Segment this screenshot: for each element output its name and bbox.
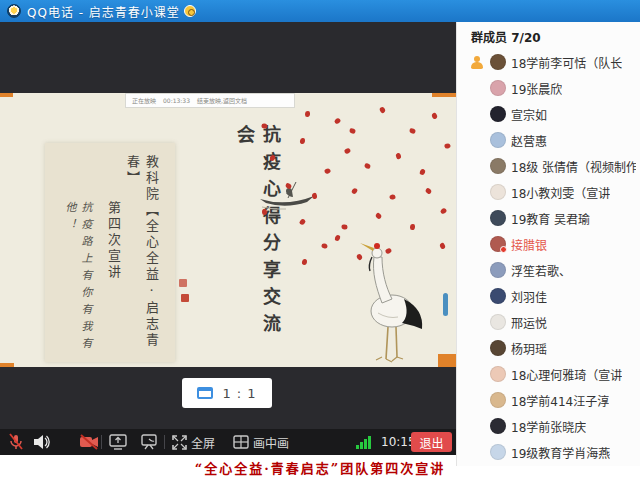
petal-icon bbox=[334, 117, 342, 125]
mic-muted-button[interactable] bbox=[8, 429, 24, 455]
presenter-toolbar[interactable]: 正在放映 00:13:33 结束放映,返回文档 bbox=[125, 93, 295, 108]
petal-icon bbox=[375, 212, 383, 220]
speaker-button[interactable] bbox=[33, 429, 51, 455]
toolbar-divider bbox=[101, 435, 102, 449]
titlebar: QQ电话 - 启志青春小课堂 bbox=[0, 0, 640, 22]
toolbar-divider bbox=[164, 435, 165, 449]
member-row[interactable]: 18级 张倩倩（视频制作组… bbox=[457, 153, 640, 179]
speaking-badge bbox=[500, 246, 507, 253]
fullscreen-icon bbox=[172, 435, 187, 450]
slide-corner-accent bbox=[438, 354, 456, 367]
screen-share-area: 正在放映 00:13:33 结束放映,返回文档 教科院【全心全益·启志青春】 第… bbox=[0, 22, 456, 455]
avatar bbox=[490, 106, 506, 122]
petal-icon bbox=[440, 207, 448, 215]
slide-corner-accent bbox=[0, 93, 13, 97]
member-name: 18学前张晓庆 bbox=[511, 418, 586, 435]
member-row[interactable]: 18学前张晓庆 bbox=[457, 413, 640, 439]
pip-label: 画中画 bbox=[253, 434, 289, 451]
member-row[interactable]: 邢运悦 bbox=[457, 309, 640, 335]
clock-emoji-icon bbox=[184, 5, 196, 17]
slide-subtitle-session: 第四次宣讲 bbox=[104, 201, 123, 351]
member-name: 19张晨欣 bbox=[511, 80, 562, 97]
member-name: 浮笙若歌、 bbox=[511, 262, 571, 279]
member-row[interactable]: 19教育 吴君瑜 bbox=[457, 205, 640, 231]
petal-icon bbox=[324, 167, 332, 174]
member-row[interactable]: 接腊银 bbox=[457, 231, 640, 257]
photo-caption: “全心全益·青春启志”团队第四次宣讲 bbox=[0, 458, 640, 477]
member-row[interactable]: 赵营惠 bbox=[457, 127, 640, 153]
petal-icon bbox=[311, 192, 317, 199]
avatar bbox=[490, 210, 506, 226]
petal-icon bbox=[344, 147, 352, 155]
member-name: 杨玥瑶 bbox=[511, 340, 547, 357]
presenter-timer: 00:13:33 bbox=[163, 97, 190, 104]
avatar bbox=[490, 54, 506, 70]
petal-icon bbox=[410, 224, 415, 230]
members-header: 群成员 7/20 bbox=[471, 28, 541, 45]
member-row[interactable]: 19张晨欣 bbox=[457, 75, 640, 101]
member-name: 18学前李可恬（队长 bbox=[511, 54, 622, 71]
fullscreen-label: 全屏 bbox=[191, 434, 215, 451]
member-row[interactable]: 18学前李可恬（队长 bbox=[457, 49, 640, 75]
pip-button[interactable]: 画中画 bbox=[233, 429, 289, 455]
petal-icon bbox=[395, 152, 402, 159]
camera-off-button[interactable] bbox=[79, 429, 99, 455]
window-scale-icon bbox=[197, 387, 213, 399]
qq-call-icon bbox=[7, 4, 21, 18]
crane-illustration bbox=[352, 231, 430, 365]
member-name: 接腊银 bbox=[511, 236, 547, 253]
member-name: 邢运悦 bbox=[511, 314, 547, 331]
member-name: 宣宗如 bbox=[511, 106, 547, 123]
avatar bbox=[490, 158, 506, 174]
member-row[interactable]: 18小教刘雯（宣讲 bbox=[457, 179, 640, 205]
petal-icon bbox=[299, 218, 307, 226]
petal-icon bbox=[444, 143, 451, 150]
avatar bbox=[490, 392, 506, 408]
member-name: 18级 张倩倩（视频制作组… bbox=[511, 158, 636, 175]
slide-left-card: 教科院【全心全益·启志青春】 第四次宣讲 抗疫路上有你有我有他！ bbox=[45, 143, 175, 362]
member-name: 19教育 吴君瑜 bbox=[511, 210, 590, 227]
avatar bbox=[490, 262, 506, 278]
petal-icon bbox=[409, 128, 416, 134]
pip-icon bbox=[233, 435, 249, 449]
avatar bbox=[490, 184, 506, 200]
petal-icon bbox=[431, 112, 438, 120]
member-name: 赵营惠 bbox=[511, 132, 547, 149]
avatar bbox=[490, 132, 506, 148]
petal-icon bbox=[425, 187, 433, 195]
screen-share-button[interactable] bbox=[109, 429, 127, 455]
slide-corner-accent bbox=[0, 363, 14, 367]
member-row[interactable]: 宣宗如 bbox=[457, 101, 640, 127]
whiteboard-button[interactable] bbox=[140, 429, 158, 455]
window-title: QQ电话 - 启志青春小课堂 bbox=[27, 3, 180, 20]
avatar bbox=[490, 288, 506, 304]
exit-call-button[interactable]: 退出 bbox=[411, 432, 452, 452]
avatar bbox=[490, 418, 506, 434]
member-row[interactable]: 浮笙若歌、 bbox=[457, 257, 640, 283]
signal-strength-icon bbox=[356, 429, 371, 455]
petal-icon bbox=[321, 243, 327, 249]
petal-icon bbox=[379, 106, 387, 114]
member-row[interactable]: 18心理何雅琦（宣讲 bbox=[457, 361, 640, 387]
leader-icon bbox=[470, 55, 484, 69]
petal-icon bbox=[334, 234, 341, 241]
petal-icon bbox=[351, 187, 358, 195]
scale-1-1-button[interactable]: 1 : 1 bbox=[182, 378, 272, 408]
petal-icon bbox=[439, 242, 446, 250]
petal-icon bbox=[261, 123, 267, 128]
call-toolbar: 全屏 画中画 10:15 退出 bbox=[0, 429, 456, 455]
member-row[interactable]: 刘羽佳 bbox=[457, 283, 640, 309]
member-name: 刘羽佳 bbox=[511, 288, 547, 305]
member-row[interactable]: 18学前414汪子淳 bbox=[457, 387, 640, 413]
fullscreen-button[interactable]: 全屏 bbox=[172, 429, 215, 455]
member-row[interactable]: 杨玥瑶 bbox=[457, 335, 640, 361]
end-show-button[interactable]: 结束放映,返回文档 bbox=[197, 96, 247, 105]
petal-icon bbox=[419, 168, 426, 176]
scrollbar-thumb[interactable] bbox=[443, 293, 448, 316]
slide-subtitle-team: 教科院【全心全益·启志青春】 bbox=[123, 155, 161, 355]
petal-icon bbox=[389, 194, 396, 200]
petal-icon bbox=[364, 163, 371, 170]
member-list: 18学前李可恬（队长19张晨欣宣宗如赵营惠18级 张倩倩（视频制作组…18小教刘… bbox=[457, 49, 640, 465]
petal-icon bbox=[300, 138, 306, 145]
scale-label: 1 : 1 bbox=[222, 386, 256, 401]
